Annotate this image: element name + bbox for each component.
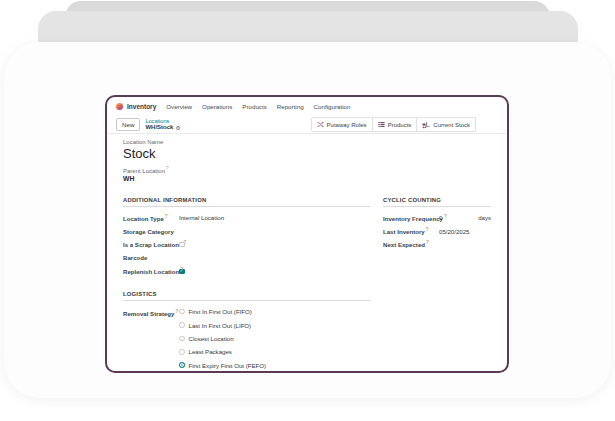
field-location-type: Location Type? Internal Location xyxy=(123,211,370,224)
radio-option-lifo[interactable]: Last In First Out (LIFO) xyxy=(179,318,266,331)
list-icon xyxy=(378,121,385,128)
logistics-section: LOGISTICS Removal Strategy? First In Fir… xyxy=(123,291,370,372)
right-column: CYCLIC COUNTING Inventory Frequency? 0 d… xyxy=(383,197,493,372)
radio-option-least-packages[interactable]: Least Packages xyxy=(179,345,266,358)
products-label: Products xyxy=(388,122,412,128)
new-button[interactable]: New xyxy=(116,118,140,131)
location-form: Location Name Stock Parent Location? WH … xyxy=(107,134,507,372)
field-replenish-location: Replenish Location? xyxy=(123,265,370,278)
removal-strategy-label: Removal Strategy? xyxy=(123,305,179,372)
field-barcode: Barcode xyxy=(123,251,370,264)
current-stock-button[interactable]: Current Stock xyxy=(417,117,476,132)
left-column: ADDITIONAL INFORMATION Location Type? In… xyxy=(123,197,370,372)
inventory-frequency-unit: days xyxy=(478,214,491,221)
radio-option-fifo[interactable]: First In First Out (FIFO) xyxy=(179,305,266,318)
app-menubar: Inventory Overview Operations Products R… xyxy=(107,97,507,116)
inventory-frequency-value[interactable]: 0 xyxy=(439,214,442,221)
smart-buttons: Putaway Rules Products xyxy=(311,117,476,132)
help-icon: ? xyxy=(444,214,447,219)
radio-icon[interactable] xyxy=(179,336,185,342)
actions-gear-icon[interactable]: ⚙ xyxy=(175,125,180,131)
breadcrumb-current-label: WH/Stock xyxy=(145,124,173,131)
help-icon: ? xyxy=(165,214,168,219)
odoo-logo-icon[interactable] xyxy=(116,103,123,110)
section-logistics: LOGISTICS xyxy=(123,291,370,301)
radio-label: Closest Location xyxy=(189,335,234,342)
radio-label: First Expiry First Out (FEFO) xyxy=(189,362,267,369)
menu-overview[interactable]: Overview xyxy=(166,103,192,110)
inventory-frequency-label: Inventory Frequency? xyxy=(383,214,439,222)
radio-icon[interactable] xyxy=(179,362,185,368)
menu-configuration[interactable]: Configuration xyxy=(314,103,351,110)
location-name-label: Location Name xyxy=(123,139,493,145)
shuffle-icon xyxy=(317,121,324,128)
barcode-label: Barcode xyxy=(123,254,179,261)
forklift-icon xyxy=(422,121,430,129)
location-name-value[interactable]: Stock xyxy=(123,146,493,161)
control-panel: New Locations WH/Stock ⚙ xyxy=(107,116,507,134)
help-icon: ? xyxy=(166,166,169,171)
section-cyclic-counting: CYCLIC COUNTING xyxy=(383,197,491,207)
products-button[interactable]: Products xyxy=(373,117,418,132)
field-is-scrap-location: Is a Scrap Location?? xyxy=(123,238,370,251)
radio-label: Least Packages xyxy=(189,348,232,355)
radio-label: First In First Out (FIFO) xyxy=(189,308,252,315)
radio-icon[interactable] xyxy=(179,309,185,315)
menu-products[interactable]: Products xyxy=(242,103,266,110)
putaway-rules-button[interactable]: Putaway Rules xyxy=(311,117,373,132)
parent-location-value[interactable]: WH xyxy=(123,175,493,182)
replenish-location-checkbox[interactable] xyxy=(179,269,185,275)
radio-label: Last In First Out (LIFO) xyxy=(189,322,252,329)
field-last-inventory: Last Inventory? 05/20/2025 xyxy=(383,224,491,237)
field-inventory-frequency: Inventory Frequency? 0 days xyxy=(383,211,491,224)
radio-option-fefo[interactable]: First Expiry First Out (FEFO) xyxy=(179,359,266,372)
field-next-expected: Next Expected? xyxy=(383,238,491,251)
field-storage-category: Storage Category xyxy=(123,224,370,237)
next-expected-label: Next Expected? xyxy=(383,240,439,248)
page-background: Inventory Overview Operations Products R… xyxy=(0,0,615,421)
radio-option-closest-location[interactable]: Closest Location xyxy=(179,332,266,345)
breadcrumb: Locations WH/Stock ⚙ xyxy=(145,118,180,131)
last-inventory-value[interactable]: 05/20/2025 xyxy=(439,228,470,235)
help-icon: ? xyxy=(426,240,429,245)
removal-strategy-options: First In First Out (FIFO) Last In First … xyxy=(179,305,266,372)
location-type-label: Location Type? xyxy=(123,214,179,222)
current-stock-label: Current Stock xyxy=(433,122,470,128)
menu-operations[interactable]: Operations xyxy=(202,103,232,110)
location-type-value[interactable]: Internal Location xyxy=(179,214,224,221)
radio-icon[interactable] xyxy=(179,322,185,328)
help-icon: ? xyxy=(175,309,178,314)
menu-reporting[interactable]: Reporting xyxy=(277,103,304,110)
replenish-location-label: Replenish Location? xyxy=(123,267,179,275)
scrap-location-checkbox[interactable] xyxy=(179,242,185,248)
app-name[interactable]: Inventory xyxy=(127,103,156,110)
breadcrumb-current: WH/Stock ⚙ xyxy=(145,124,180,131)
section-additional-information: ADDITIONAL INFORMATION xyxy=(123,197,370,207)
radio-icon[interactable] xyxy=(179,349,185,355)
odoo-app-window: Inventory Overview Operations Products R… xyxy=(105,95,509,373)
parent-location-label: Parent Location? xyxy=(123,166,493,174)
putaway-rules-label: Putaway Rules xyxy=(327,122,367,128)
scrap-location-label: Is a Scrap Location?? xyxy=(123,240,179,248)
help-icon: ? xyxy=(426,227,429,232)
last-inventory-label: Last Inventory? xyxy=(383,227,439,235)
storage-category-label: Storage Category xyxy=(123,228,179,235)
